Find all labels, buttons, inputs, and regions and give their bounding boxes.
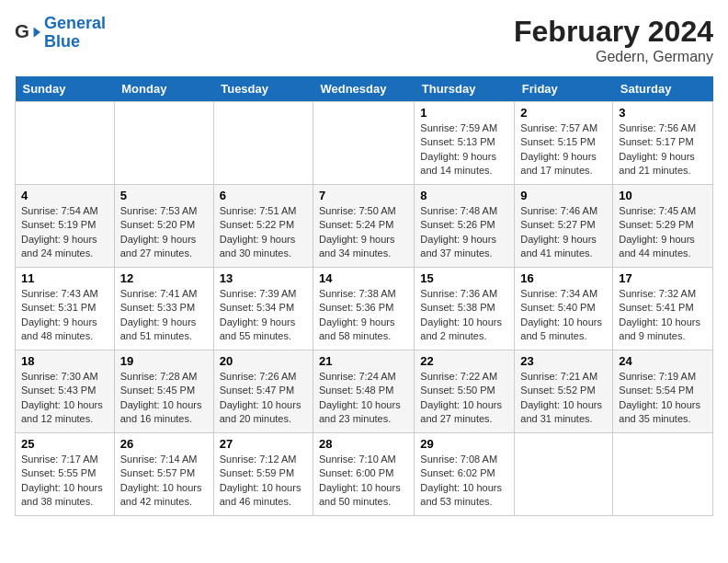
- calendar-cell: 14Sunrise: 7:38 AM Sunset: 5:36 PM Dayli…: [313, 268, 414, 350]
- calendar-cell: 19Sunrise: 7:28 AM Sunset: 5:45 PM Dayli…: [114, 350, 213, 433]
- day-number: 5: [120, 189, 208, 202]
- day-number: 10: [619, 189, 707, 202]
- day-number: 1: [420, 106, 508, 120]
- day-info: Sunrise: 7:54 AM Sunset: 5:19 PM Dayligh…: [21, 204, 108, 261]
- calendar-cell: 17Sunrise: 7:32 AM Sunset: 5:41 PM Dayli…: [613, 268, 713, 350]
- calendar-cell: 24Sunrise: 7:19 AM Sunset: 5:54 PM Dayli…: [613, 350, 713, 433]
- column-header-friday: Friday: [515, 76, 613, 102]
- day-info: Sunrise: 7:38 AM Sunset: 5:36 PM Dayligh…: [319, 287, 408, 344]
- day-number: 6: [220, 189, 307, 202]
- day-info: Sunrise: 7:14 AM Sunset: 5:57 PM Dayligh…: [120, 453, 208, 510]
- day-number: 14: [319, 271, 408, 285]
- day-number: 18: [21, 354, 108, 368]
- day-number: 3: [619, 106, 707, 120]
- calendar-cell: 9Sunrise: 7:46 AM Sunset: 5:27 PM Daylig…: [515, 185, 613, 268]
- day-info: Sunrise: 7:30 AM Sunset: 5:43 PM Dayligh…: [21, 370, 108, 427]
- calendar-cell: 22Sunrise: 7:22 AM Sunset: 5:50 PM Dayli…: [415, 350, 515, 433]
- day-info: Sunrise: 7:12 AM Sunset: 5:59 PM Dayligh…: [220, 453, 307, 510]
- calendar-cell: 11Sunrise: 7:43 AM Sunset: 5:31 PM Dayli…: [16, 268, 115, 350]
- calendar-cell: 7Sunrise: 7:50 AM Sunset: 5:24 PM Daylig…: [313, 185, 414, 268]
- page-header: G General Blue February 2024 Gedern, Ger…: [15, 15, 713, 65]
- day-info: Sunrise: 7:53 AM Sunset: 5:20 PM Dayligh…: [120, 204, 208, 261]
- day-number: 15: [420, 271, 508, 285]
- day-info: Sunrise: 7:45 AM Sunset: 5:29 PM Dayligh…: [619, 204, 707, 261]
- calendar-cell: 21Sunrise: 7:24 AM Sunset: 5:48 PM Dayli…: [313, 350, 414, 433]
- day-number: 22: [420, 354, 508, 368]
- calendar-cell: [114, 102, 213, 185]
- calendar-cell: 29Sunrise: 7:08 AM Sunset: 6:02 PM Dayli…: [415, 433, 515, 516]
- title-block: February 2024 Gedern, Germany: [514, 15, 713, 65]
- calendar-cell: 25Sunrise: 7:17 AM Sunset: 5:55 PM Dayli…: [16, 433, 115, 516]
- day-info: Sunrise: 7:24 AM Sunset: 5:48 PM Dayligh…: [319, 370, 408, 427]
- day-number: 7: [319, 189, 408, 202]
- day-info: Sunrise: 7:36 AM Sunset: 5:38 PM Dayligh…: [420, 287, 508, 344]
- day-number: 20: [220, 354, 307, 368]
- calendar-cell: 8Sunrise: 7:48 AM Sunset: 5:26 PM Daylig…: [415, 185, 515, 268]
- svg-text:G: G: [15, 20, 29, 41]
- page-subtitle: Gedern, Germany: [514, 49, 713, 65]
- calendar-cell: 26Sunrise: 7:14 AM Sunset: 5:57 PM Dayli…: [114, 433, 213, 516]
- day-info: Sunrise: 7:26 AM Sunset: 5:47 PM Dayligh…: [220, 370, 307, 427]
- column-header-monday: Monday: [114, 76, 213, 102]
- day-number: 2: [520, 106, 607, 120]
- day-number: 9: [520, 189, 607, 202]
- day-number: 23: [520, 354, 607, 368]
- calendar-cell: 6Sunrise: 7:51 AM Sunset: 5:22 PM Daylig…: [213, 185, 313, 268]
- column-header-tuesday: Tuesday: [213, 76, 313, 102]
- day-info: Sunrise: 7:10 AM Sunset: 6:00 PM Dayligh…: [319, 453, 408, 510]
- calendar-cell: 28Sunrise: 7:10 AM Sunset: 6:00 PM Dayli…: [313, 433, 414, 516]
- calendar-cell: 2Sunrise: 7:57 AM Sunset: 5:15 PM Daylig…: [515, 102, 613, 185]
- calendar-cell: 15Sunrise: 7:36 AM Sunset: 5:38 PM Dayli…: [415, 268, 515, 350]
- day-info: Sunrise: 7:21 AM Sunset: 5:52 PM Dayligh…: [520, 370, 607, 427]
- day-info: Sunrise: 7:39 AM Sunset: 5:34 PM Dayligh…: [220, 287, 307, 344]
- logo-text: General Blue: [44, 15, 106, 52]
- calendar-cell: 10Sunrise: 7:45 AM Sunset: 5:29 PM Dayli…: [613, 185, 713, 268]
- day-number: 11: [21, 271, 108, 285]
- day-info: Sunrise: 7:41 AM Sunset: 5:33 PM Dayligh…: [120, 287, 208, 344]
- day-info: Sunrise: 7:59 AM Sunset: 5:13 PM Dayligh…: [420, 121, 508, 178]
- day-number: 16: [520, 271, 607, 285]
- calendar-cell: [613, 433, 713, 516]
- day-number: 13: [220, 271, 307, 285]
- day-number: 19: [120, 354, 208, 368]
- day-number: 25: [21, 437, 108, 451]
- day-number: 26: [120, 437, 208, 451]
- day-number: 29: [420, 437, 508, 451]
- calendar-cell: 13Sunrise: 7:39 AM Sunset: 5:34 PM Dayli…: [213, 268, 313, 350]
- day-number: 17: [619, 271, 707, 285]
- calendar-cell: [213, 102, 313, 185]
- day-info: Sunrise: 7:57 AM Sunset: 5:15 PM Dayligh…: [520, 121, 607, 178]
- day-info: Sunrise: 7:19 AM Sunset: 5:54 PM Dayligh…: [619, 370, 707, 427]
- calendar-cell: 1Sunrise: 7:59 AM Sunset: 5:13 PM Daylig…: [415, 102, 515, 185]
- calendar-cell: [515, 433, 613, 516]
- calendar-cell: [16, 102, 115, 185]
- calendar-cell: 27Sunrise: 7:12 AM Sunset: 5:59 PM Dayli…: [213, 433, 313, 516]
- column-header-sunday: Sunday: [16, 76, 115, 102]
- day-number: 27: [220, 437, 307, 451]
- calendar-cell: 18Sunrise: 7:30 AM Sunset: 5:43 PM Dayli…: [16, 350, 115, 433]
- day-number: 28: [319, 437, 408, 451]
- day-info: Sunrise: 7:51 AM Sunset: 5:22 PM Dayligh…: [220, 204, 307, 261]
- calendar-cell: 4Sunrise: 7:54 AM Sunset: 5:19 PM Daylig…: [16, 185, 115, 268]
- day-info: Sunrise: 7:43 AM Sunset: 5:31 PM Dayligh…: [21, 287, 108, 344]
- calendar-cell: 5Sunrise: 7:53 AM Sunset: 5:20 PM Daylig…: [114, 185, 213, 268]
- logo-line2: Blue: [44, 32, 80, 51]
- column-header-wednesday: Wednesday: [313, 76, 414, 102]
- day-info: Sunrise: 7:50 AM Sunset: 5:24 PM Dayligh…: [319, 204, 408, 261]
- day-info: Sunrise: 7:46 AM Sunset: 5:27 PM Dayligh…: [520, 204, 607, 261]
- day-info: Sunrise: 7:32 AM Sunset: 5:41 PM Dayligh…: [619, 287, 707, 344]
- calendar-cell: 3Sunrise: 7:56 AM Sunset: 5:17 PM Daylig…: [613, 102, 713, 185]
- day-info: Sunrise: 7:08 AM Sunset: 6:02 PM Dayligh…: [420, 453, 508, 510]
- day-number: 4: [21, 189, 108, 202]
- day-number: 12: [120, 271, 208, 285]
- column-header-saturday: Saturday: [613, 76, 713, 102]
- calendar-cell: 16Sunrise: 7:34 AM Sunset: 5:40 PM Dayli…: [515, 268, 613, 350]
- day-number: 24: [619, 354, 707, 368]
- svg-marker-1: [34, 27, 40, 37]
- day-info: Sunrise: 7:56 AM Sunset: 5:17 PM Dayligh…: [619, 121, 707, 178]
- calendar-cell: [313, 102, 414, 185]
- logo-icon: G: [15, 20, 40, 46]
- day-info: Sunrise: 7:22 AM Sunset: 5:50 PM Dayligh…: [420, 370, 508, 427]
- calendar-cell: 23Sunrise: 7:21 AM Sunset: 5:52 PM Dayli…: [515, 350, 613, 433]
- day-info: Sunrise: 7:17 AM Sunset: 5:55 PM Dayligh…: [21, 453, 108, 510]
